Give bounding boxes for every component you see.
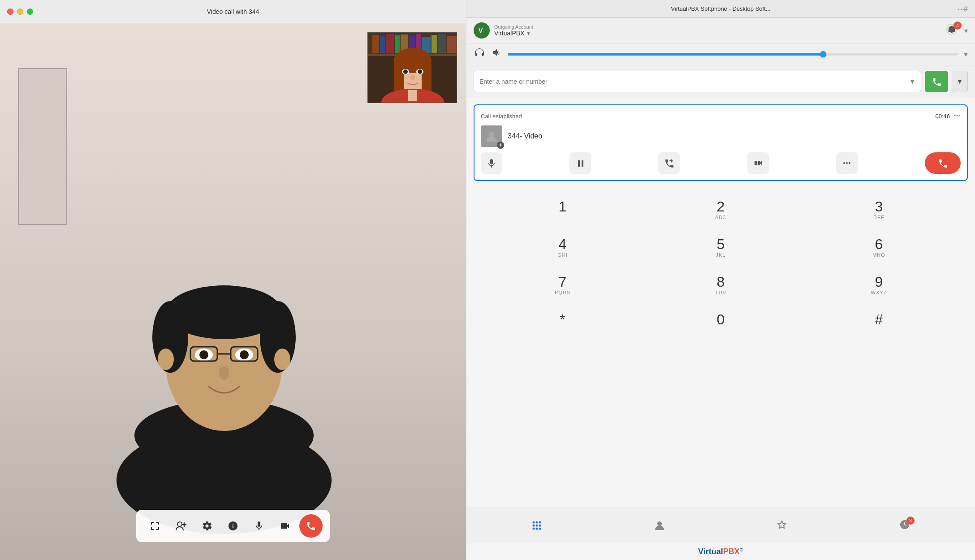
sp-titlebar: VirtualPBX Softphone - Desktop Soft... ⋯ — [466, 0, 975, 18]
sp-account-row: V Outgoing Account VirtualPBX ▼ 4 ▾ — [466, 18, 975, 43]
window-title: Video call with 344 — [207, 8, 259, 15]
settings-button[interactable] — [195, 514, 219, 538]
main-person-figure — [0, 23, 466, 560]
svg-point-52 — [849, 162, 850, 164]
sp-account-right: 4 ▾ — [945, 23, 968, 38]
svg-point-48 — [489, 132, 494, 137]
sp-logo: V — [474, 22, 490, 39]
window-controls — [0, 9, 33, 15]
svg-rect-41 — [408, 90, 417, 101]
video-pip — [367, 32, 457, 103]
svg-point-58 — [539, 525, 541, 527]
hash-badge: # — [963, 4, 968, 14]
svg-rect-20 — [380, 36, 385, 53]
dialpad-key-9[interactable]: 9 WXYZ — [801, 267, 957, 303]
dialpad-key-4[interactable]: 4 GHI — [484, 229, 641, 265]
svg-rect-29 — [447, 36, 457, 53]
account-dropdown-icon[interactable]: ▼ — [526, 31, 531, 36]
call-transfer-button[interactable] — [658, 152, 680, 174]
softphone-panel: VirtualPBX Softphone - Desktop Soft... ⋯… — [466, 0, 975, 560]
call-video-button[interactable] — [747, 152, 769, 174]
dialpad-key-3[interactable]: 3 DEF — [801, 192, 957, 228]
call-status: Call established — [481, 113, 522, 120]
call-button[interactable] — [925, 71, 948, 92]
svg-point-50 — [843, 162, 845, 164]
video-pip-inner — [368, 33, 457, 103]
mute-button[interactable] — [247, 514, 271, 538]
svg-point-56 — [532, 525, 535, 527]
maximize-button[interactable] — [27, 9, 33, 15]
svg-point-61 — [539, 528, 541, 530]
input-dropdown-icon[interactable]: ▼ — [909, 78, 915, 85]
svg-rect-22 — [395, 35, 400, 53]
sp-bottom-nav: 3 — [466, 508, 975, 543]
call-options-button[interactable]: ▼ — [952, 71, 968, 92]
video-main — [0, 23, 466, 560]
svg-point-42 — [177, 522, 182, 526]
svg-point-14 — [219, 366, 229, 380]
pip-person — [368, 33, 457, 103]
end-call-button-video[interactable] — [299, 514, 323, 538]
speaker-icon[interactable] — [491, 47, 502, 61]
minimize-button[interactable] — [17, 9, 23, 15]
call-wave-icon: 〜 — [953, 112, 961, 121]
sp-account-label: Outgoing Account — [494, 24, 533, 30]
volume-slider[interactable] — [508, 53, 958, 56]
audio-expand-icon[interactable]: ▾ — [964, 49, 968, 59]
svg-point-10 — [240, 350, 249, 359]
dialpad-key-*[interactable]: * — [484, 305, 641, 340]
svg-point-37 — [403, 69, 408, 74]
expand-chevron[interactable]: ▾ — [964, 26, 968, 35]
add-person-button[interactable] — [169, 514, 193, 538]
svg-point-9 — [199, 350, 208, 359]
notification-area[interactable]: 4 — [945, 23, 958, 38]
call-hold-button[interactable] — [569, 152, 591, 174]
expand-button[interactable] — [143, 514, 167, 538]
nav-dialpad[interactable] — [531, 519, 543, 532]
call-mute-button[interactable] — [481, 152, 502, 174]
avatar-plus-badge: + — [497, 142, 504, 149]
info-button[interactable] — [221, 514, 245, 538]
caller-avatar: + — [481, 125, 502, 147]
video-scene — [0, 23, 466, 560]
sp-call-actions — [481, 152, 961, 174]
dial-input[interactable] — [479, 78, 909, 85]
svg-text:V: V — [479, 27, 483, 34]
dialpad-grid: 1 2 ABC 3 DEF 4 GHI 5 JKL 6 MNO 7 PQRS 8… — [484, 192, 957, 340]
end-call-button[interactable] — [925, 152, 961, 174]
sp-call-header: Call established 00:46 〜 — [481, 112, 961, 121]
svg-point-62 — [657, 521, 662, 526]
call-more-button[interactable] — [836, 152, 858, 174]
svg-point-57 — [535, 525, 538, 527]
sp-dial-row: ▼ ▼ — [466, 65, 975, 98]
dialpad-key-2[interactable]: 2 ABC — [643, 192, 799, 228]
svg-point-59 — [532, 528, 535, 530]
dialpad-key-1[interactable]: 1 — [484, 192, 641, 228]
nav-favorites[interactable] — [776, 519, 788, 532]
sp-input-container: ▼ — [474, 71, 921, 92]
sp-call-body: + 344- Video # — [481, 125, 961, 147]
dialpad-key-7[interactable]: 7 PQRS — [484, 267, 641, 303]
close-button[interactable] — [7, 9, 13, 15]
dialpad-key-#[interactable]: # — [801, 305, 957, 340]
dialpad-key-5[interactable]: 5 JKL — [643, 229, 799, 265]
headphone-icon — [474, 47, 485, 61]
sp-account-left: V Outgoing Account VirtualPBX ▼ — [474, 22, 533, 39]
recents-badge: 3 — [906, 517, 915, 525]
video-panel: Video call with 344 — [0, 0, 466, 560]
dialpad-key-0[interactable]: 0 — [643, 305, 799, 340]
nav-recents[interactable]: 3 — [898, 518, 911, 533]
notification-badge: 4 — [953, 22, 962, 30]
sp-title: VirtualPBX Softphone - Desktop Soft... — [671, 5, 770, 12]
nav-contacts[interactable] — [653, 519, 666, 532]
window-chrome: Video call with 344 — [0, 0, 466, 23]
svg-point-38 — [418, 69, 422, 74]
sp-audio-row: ▾ — [466, 43, 975, 65]
dialpad-key-8[interactable]: 8 TUV — [643, 267, 799, 303]
brand-text: VirtualPBX® — [698, 547, 743, 556]
svg-rect-21 — [386, 34, 394, 53]
dialpad-key-6[interactable]: 6 MNO — [801, 229, 957, 265]
avatar-icon — [484, 129, 499, 143]
video-toggle-button[interactable] — [273, 514, 297, 538]
svg-rect-27 — [431, 35, 437, 53]
